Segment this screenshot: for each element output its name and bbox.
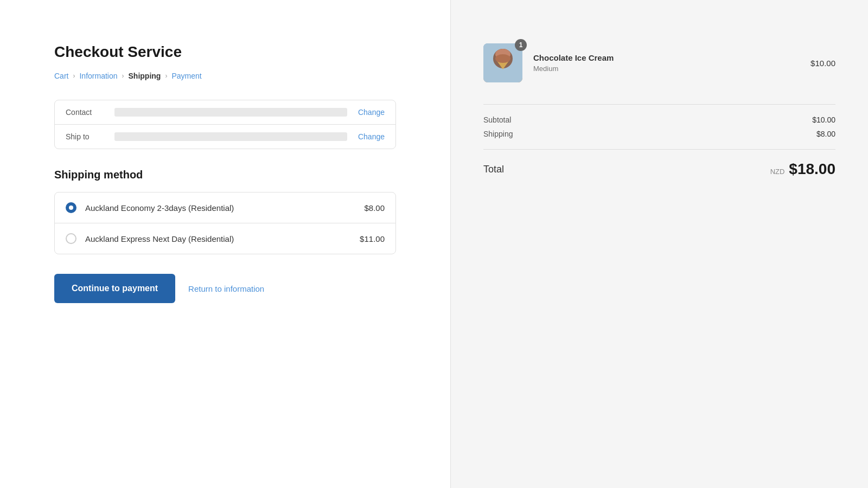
contact-value	[114, 108, 347, 117]
total-currency: NZD	[770, 168, 785, 176]
breadcrumb-shipping: Shipping	[129, 72, 161, 80]
product-image-wrapper: 1	[483, 43, 522, 82]
subtotal-row: Subtotal $10.00	[483, 115, 835, 124]
svg-point-4	[495, 54, 510, 63]
total-amount: $18.00	[789, 160, 835, 178]
breadcrumb-sep-1: ›	[73, 72, 75, 80]
shipping-options-box: Auckland Economy 2-3days (Residential) $…	[54, 192, 396, 254]
store-title: Checkout Service	[54, 43, 396, 61]
product-item: 1 Chocolate Ice Cream Medium $10.00	[483, 43, 835, 82]
ship-to-value	[114, 132, 347, 141]
contact-row: Contact Change	[55, 100, 395, 125]
total-row: Total NZD $18.00	[483, 160, 835, 178]
contact-change-button[interactable]: Change	[358, 108, 385, 117]
contact-info-box: Contact Change Ship to Change	[54, 100, 396, 149]
product-info: Chocolate Ice Cream Medium	[533, 53, 800, 73]
summary-divider-bottom	[483, 149, 835, 150]
right-panel: 1 Chocolate Ice Cream Medium $10.00 Subt…	[450, 0, 868, 488]
shipping-method-title: Shipping method	[54, 169, 396, 181]
actions: Continue to payment Return to informatio…	[54, 274, 396, 303]
subtotal-label: Subtotal	[483, 115, 511, 124]
shipping-summary-value: $8.00	[816, 130, 835, 138]
shipping-option-express-label: Auckland Express Next Day (Residential)	[85, 234, 351, 243]
continue-to-payment-button[interactable]: Continue to payment	[54, 274, 175, 303]
left-panel: Checkout Service Cart › Information › Sh…	[0, 0, 450, 488]
shipping-row: Shipping $8.00	[483, 130, 835, 138]
subtotal-value: $10.00	[812, 115, 835, 124]
ship-to-row: Ship to Change	[55, 125, 395, 149]
product-price: $10.00	[810, 59, 835, 68]
summary-divider-top	[483, 104, 835, 105]
radio-express[interactable]	[66, 233, 76, 244]
breadcrumb-sep-3: ›	[165, 72, 167, 80]
breadcrumb-information[interactable]: Information	[79, 72, 117, 80]
contact-label: Contact	[66, 108, 104, 117]
breadcrumb-cart[interactable]: Cart	[54, 72, 68, 80]
shipping-option-economy[interactable]: Auckland Economy 2-3days (Residential) $…	[55, 192, 395, 223]
product-name: Chocolate Ice Cream	[533, 53, 800, 62]
return-to-information-link[interactable]: Return to information	[188, 284, 264, 293]
breadcrumb: Cart › Information › Shipping › Payment	[54, 72, 396, 80]
shipping-option-express-price: $11.00	[360, 234, 385, 243]
shipping-option-economy-price: $8.00	[364, 203, 385, 213]
shipping-option-economy-label: Auckland Economy 2-3days (Residential)	[85, 203, 355, 213]
breadcrumb-sep-2: ›	[122, 72, 124, 80]
ship-to-label: Ship to	[66, 132, 104, 141]
radio-economy[interactable]	[66, 202, 76, 213]
product-quantity-badge: 1	[515, 39, 527, 51]
product-variant: Medium	[533, 65, 800, 73]
breadcrumb-payment[interactable]: Payment	[171, 72, 201, 80]
ship-to-change-button[interactable]: Change	[358, 132, 385, 141]
shipping-option-express[interactable]: Auckland Express Next Day (Residential) …	[55, 223, 395, 254]
total-label: Total	[483, 164, 504, 175]
total-value-wrapper: NZD $18.00	[770, 160, 835, 178]
shipping-summary-label: Shipping	[483, 130, 513, 138]
